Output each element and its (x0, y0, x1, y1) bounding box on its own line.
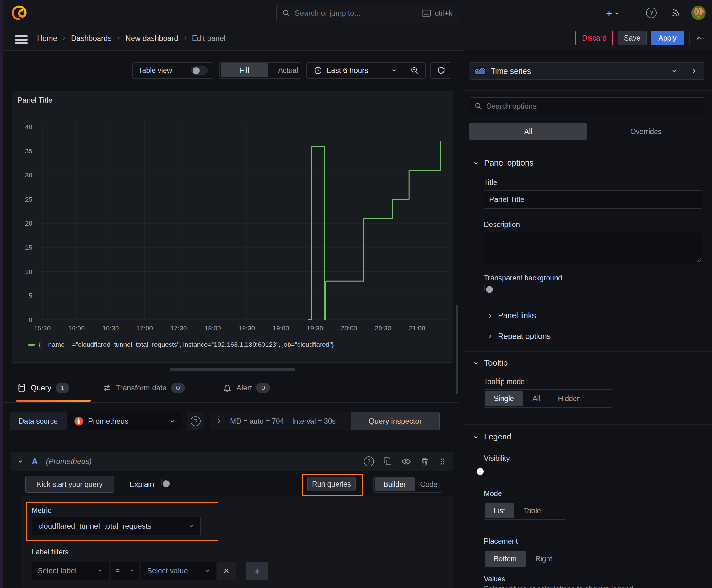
grafana-logo-icon[interactable] (11, 4, 28, 21)
discard-button[interactable]: Discard (576, 31, 613, 45)
panel-options-header[interactable]: Panel options (473, 158, 534, 168)
repeat-options-label: Repeat options (498, 332, 551, 341)
resize-grip-icon[interactable] (696, 257, 701, 262)
max-data-points-stat: MD = auto = 704 (230, 417, 284, 426)
tab-alert[interactable]: Alert 0 (222, 383, 270, 393)
trash-icon[interactable] (420, 457, 429, 466)
metric-label: Metric (32, 506, 51, 515)
chevron-down-icon (671, 68, 677, 74)
topnav-divider (636, 8, 637, 18)
legend-header[interactable]: Legend (473, 432, 511, 442)
tooltip-hidden-option[interactable]: Hidden (549, 390, 590, 407)
drag-handle-icon[interactable] (438, 457, 447, 465)
svg-text:21:00: 21:00 (409, 324, 425, 332)
svg-text:19:30: 19:30 (307, 324, 323, 332)
plus-icon: + (254, 565, 260, 577)
chevron-down-icon[interactable] (17, 458, 24, 465)
news-button[interactable] (670, 7, 682, 19)
options-search-input[interactable] (486, 102, 700, 110)
tooltip-all-option[interactable]: All (524, 390, 549, 407)
query-ref-id[interactable]: A (32, 457, 38, 466)
chevron-down-icon (170, 418, 175, 424)
tab-all[interactable]: All (469, 123, 587, 140)
refresh-button[interactable] (430, 62, 451, 79)
duplicate-icon[interactable] (383, 457, 392, 466)
actual-option[interactable]: Actual (269, 63, 301, 78)
add-filter-button[interactable]: + (246, 562, 268, 581)
search-icon (474, 102, 482, 110)
transparent-bg-toggle[interactable] (484, 285, 485, 291)
save-button[interactable]: Save (618, 31, 647, 45)
options-search-box[interactable] (469, 97, 705, 115)
builder-code-segment: Builder Code (373, 476, 442, 492)
description-textarea[interactable] (484, 232, 702, 263)
time-range-picker[interactable]: Last 6 hours (307, 66, 404, 75)
apply-button[interactable]: Apply (651, 31, 684, 45)
chevron-right-icon (487, 313, 493, 318)
tab-overrides[interactable]: Overrides (587, 123, 705, 140)
actions-divider (689, 31, 690, 45)
tab-alert-badge: 0 (256, 383, 270, 393)
fill-option[interactable]: Fill (221, 63, 268, 77)
svg-text:10: 10 (25, 268, 33, 275)
placement-right-option[interactable]: Right (526, 550, 561, 568)
chevron-down-icon (473, 160, 479, 166)
metric-select[interactable]: cloudflared_tunnel_total_requests (32, 517, 201, 535)
collapse-options-button[interactable] (684, 63, 704, 80)
hide-response-icon[interactable] (402, 457, 411, 466)
tooltip-header-label: Tooltip (484, 358, 508, 368)
datasource-help-button[interactable]: ? (187, 412, 204, 430)
table-view-toggle[interactable] (191, 66, 208, 75)
chevron-right-icon (487, 334, 493, 339)
svg-text:25: 25 (25, 196, 33, 203)
query-row-header[interactable]: A (Prometheus) ? (11, 452, 453, 470)
panel-links-header[interactable]: Panel links (487, 311, 536, 320)
chart-legend: {__name__="cloudflared_tunnel_total_requ… (28, 341, 334, 348)
zoom-out-button[interactable] (404, 63, 425, 78)
panel-title-input[interactable] (484, 190, 702, 209)
tab-transform[interactable]: Transform data 0 (102, 383, 185, 393)
mega-menu-button[interactable] (15, 34, 28, 46)
kick-start-button[interactable]: Kick start your query (25, 476, 114, 492)
search-input[interactable] (294, 8, 418, 18)
operator-dropdown[interactable]: = (110, 562, 139, 580)
builder-option[interactable]: Builder (374, 478, 415, 491)
user-avatar[interactable] (691, 6, 706, 20)
help-icon: ? (649, 9, 653, 17)
legend-series-label[interactable]: {__name__="cloudflared_tunnel_total_requ… (39, 341, 334, 348)
clock-icon (314, 66, 322, 75)
query-options-bar[interactable]: MD = auto = 704 Interval = 30s (210, 412, 352, 430)
legend-series-swatch[interactable] (28, 344, 35, 345)
help-button[interactable]: ? (646, 7, 657, 18)
main-scrollbar[interactable] (456, 305, 458, 394)
code-option[interactable]: Code (416, 477, 442, 492)
time-series-chart[interactable]: 051015202530354015:3016:0016:3017:0017:3… (12, 91, 453, 339)
tooltip-single-option[interactable]: Single (485, 391, 523, 406)
breadcrumb-home[interactable]: Home (37, 34, 57, 43)
explain-toggle[interactable] (161, 479, 162, 485)
section-divider (464, 351, 712, 352)
breadcrumb-new-dashboard[interactable]: New dashboard (125, 34, 178, 43)
pane-resize-handle[interactable] (170, 368, 295, 371)
repeat-options-header[interactable]: Repeat options (487, 332, 551, 341)
run-queries-button[interactable]: Run queries (307, 477, 356, 491)
query-help-button[interactable]: ? (364, 456, 374, 466)
viz-picker[interactable]: Time series (469, 62, 705, 80)
chevron-down-icon (473, 434, 479, 440)
placement-bottom-option[interactable]: Bottom (485, 551, 525, 567)
search-icon (282, 9, 290, 17)
legend-table-option[interactable]: Table (515, 502, 550, 519)
breadcrumb-dashboards[interactable]: Dashboards (71, 34, 111, 43)
collapse-pane-button[interactable] (693, 33, 705, 44)
tooltip-header[interactable]: Tooltip (473, 358, 508, 368)
new-menu-button[interactable]: + (606, 6, 620, 21)
global-search-box[interactable]: ctrl+k (276, 4, 458, 22)
tab-query[interactable]: Query 1 (17, 383, 69, 393)
legend-list-option[interactable]: List (485, 503, 514, 518)
datasource-picker[interactable]: Prometheus (68, 412, 181, 430)
remove-filter-button[interactable]: × (217, 562, 236, 580)
select-label-dropdown[interactable]: Select label (32, 562, 109, 580)
select-value-dropdown[interactable]: Select value (141, 562, 216, 580)
query-inspector-button[interactable]: Query inspector (351, 412, 439, 430)
y-axis: 0510152025303540 (25, 123, 33, 323)
